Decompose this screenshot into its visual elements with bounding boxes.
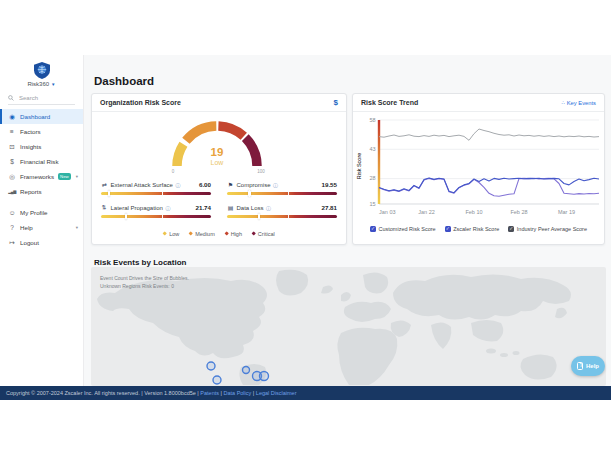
financial-view-toggle-icon[interactable]: $	[334, 98, 338, 107]
external-attack-surface-icon: ⇄	[101, 181, 108, 188]
metric-lateral-propagation: ⇄Lateral Propagationⓘ21.74	[101, 204, 211, 218]
help-icon: ?	[8, 224, 16, 231]
severity-legend-critical: Critical	[252, 231, 275, 237]
info-icon[interactable]: ⓘ	[165, 205, 170, 211]
sidebar-item-dashboard[interactable]: ◉Dashboard	[0, 109, 83, 124]
info-icon[interactable]: ⓘ	[273, 182, 278, 188]
checkbox-checked-icon[interactable]: ✓	[508, 226, 514, 232]
legend-item-zscaler-risk-score[interactable]: ✓Zscaler Risk Score	[445, 226, 500, 232]
insights-icon: ⊡	[8, 143, 16, 151]
card-title: Risk Score Trend	[361, 99, 418, 106]
severity-slider	[101, 215, 211, 219]
gauge-min-label: 0	[172, 169, 175, 174]
slider-value-marker	[108, 190, 110, 198]
severity-slider	[101, 192, 211, 196]
legend-label: Zscaler Risk Score	[453, 226, 499, 232]
slider-threshold-marker	[162, 191, 163, 197]
sidebar-item-label: Reports	[20, 188, 42, 195]
dashboard-icon: ◉	[8, 113, 16, 121]
checkbox-checked-icon[interactable]: ✓	[370, 226, 376, 232]
y-tick-label: 43	[369, 146, 375, 152]
x-tick-label: Feb 10	[465, 209, 482, 215]
key-events-label: Key Events	[567, 100, 596, 106]
europe	[344, 302, 391, 322]
india	[431, 322, 451, 349]
footer-link-data-policy[interactable]: Data Policy	[224, 390, 252, 396]
sidebar: Risk360 ▼ ◉Dashboard≡Factors⊡Insights$Fi…	[0, 55, 84, 386]
map-note-line1: Event Count Drives the Size of Bubbles.	[100, 275, 189, 283]
footer-link-patents[interactable]: Patents	[200, 390, 219, 396]
search-box[interactable]	[8, 94, 75, 105]
sidebar-item-help[interactable]: ?Help▾	[0, 220, 83, 235]
severity-legend-medium: Medium	[189, 231, 214, 237]
main-content: Dashboard Organization Risk Score $ 19 L…	[84, 55, 611, 386]
chevron-down-icon: ▾	[76, 225, 78, 230]
sidebar-item-label: Financial Risk	[20, 158, 59, 165]
reports-icon: ▂▄▆	[8, 189, 16, 194]
severity-legend-low: Low	[163, 231, 179, 237]
sidebar-item-label: Factors	[20, 128, 41, 135]
gauge-segment-medium	[186, 126, 216, 141]
brand[interactable]: Risk360 ▼	[0, 55, 83, 87]
info-icon[interactable]: ⓘ	[175, 182, 180, 188]
gauge-segment-critical	[245, 138, 257, 166]
sidebar-item-reports[interactable]: ▂▄▆Reports	[0, 184, 83, 199]
footer-copyright: Copyright © 2007-2024 Zscaler Inc. All r…	[6, 390, 196, 396]
x-tick-label: Jan 22	[418, 209, 435, 215]
sidebar-item-label: Help	[20, 224, 33, 231]
risk-gradient-bar	[378, 120, 380, 204]
chevron-down-icon: ▾	[76, 174, 78, 179]
financial-risk-icon: $	[8, 158, 16, 165]
footer: Copyright © 2007-2024 Zscaler Inc. All r…	[0, 386, 611, 400]
footer-links: | Patents | Data Policy | Legal Disclaim…	[196, 390, 297, 396]
risk-event-bubble[interactable]	[207, 362, 215, 370]
metric-value: 6.00	[199, 181, 211, 188]
africa	[337, 328, 397, 385]
risk-event-bubble[interactable]	[260, 372, 269, 381]
x-tick-label: Feb 28	[510, 209, 527, 215]
map-note-line2: Unknown Regions Risk Events: 0	[100, 283, 189, 291]
slider-value-marker	[125, 213, 127, 221]
y-tick-label: 58	[369, 117, 375, 123]
sidebar-item-financial-risk[interactable]: $Financial Risk	[0, 154, 83, 169]
series-line-customized-risk-score	[379, 178, 599, 193]
risk-event-bubble[interactable]	[243, 367, 250, 374]
sidebar-item-frameworks[interactable]: ◎FrameworksNew▾	[0, 169, 83, 184]
legend-item-industry-peer-average-score[interactable]: ✓Industry Peer Average Score	[508, 226, 587, 232]
gauge-max-label: 100	[257, 169, 265, 174]
checkbox-checked-icon[interactable]: ✓	[445, 226, 451, 232]
greenland	[276, 270, 308, 296]
key-events-link[interactable]: ∴ Key Events	[561, 100, 596, 106]
brand-name: Risk360	[27, 81, 49, 87]
legend-item-customized-risk-score[interactable]: ✓Customized Risk Score	[370, 226, 436, 232]
slider-value-marker	[248, 190, 250, 198]
x-tick-label: Jan 03	[379, 209, 396, 215]
risk-event-bubble[interactable]	[213, 376, 221, 384]
card-title: Organization Risk Score	[100, 99, 181, 106]
footer-link-legal-disclaimer[interactable]: Legal Disclaimer	[256, 390, 297, 396]
severity-slider	[227, 192, 337, 196]
search-input[interactable]	[17, 94, 73, 102]
logout-icon: ↦	[8, 239, 16, 247]
trend-chart-svg: Risk Score 15284358Jan 03Jan 22Feb 10Feb…	[353, 112, 606, 224]
severity-legend-label: High	[231, 231, 242, 237]
sidebar-item-logout[interactable]: ↦Logout	[0, 235, 83, 250]
x-tick-label: Mar 19	[558, 209, 575, 215]
y-axis-label: Risk Score	[356, 153, 362, 180]
metric-data-loss: ▤Data Lossⓘ27.81	[227, 204, 337, 218]
world-map[interactable]: Event Count Drives the Size of Bubbles. …	[91, 267, 606, 386]
severity-legend: LowMediumHighCritical	[92, 231, 346, 237]
help-button[interactable]: Help	[571, 356, 605, 376]
compromise-icon: ⚑	[227, 181, 234, 188]
gauge-segment-high	[218, 126, 243, 136]
metric-value: 19.55	[322, 181, 337, 188]
gauge-segment-low	[177, 144, 183, 166]
sidebar-item-my-profile[interactable]: ☺My Profile	[0, 205, 83, 220]
sidebar-item-label: Insights	[20, 143, 41, 150]
info-icon[interactable]: ⓘ	[266, 205, 271, 211]
sidebar-item-insights[interactable]: ⊡Insights	[0, 139, 83, 154]
southeast-asia	[471, 320, 503, 341]
slider-value-marker	[258, 213, 260, 221]
sidebar-item-factors[interactable]: ≡Factors	[0, 124, 83, 139]
severity-slider	[227, 215, 337, 219]
